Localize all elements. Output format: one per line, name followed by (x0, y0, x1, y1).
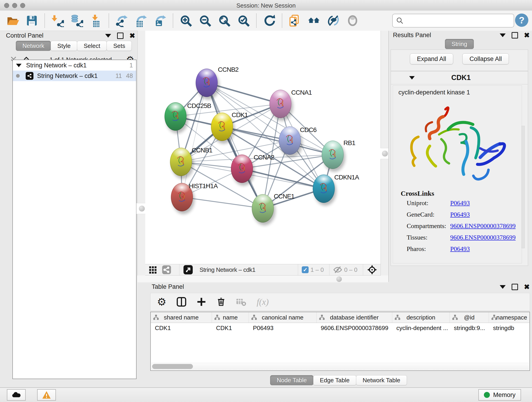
table-cell[interactable]: CDK1 (212, 323, 249, 333)
tab-style[interactable]: Style (51, 41, 77, 51)
node-CCNA2[interactable] (231, 154, 253, 183)
table-cell[interactable]: P06493 (249, 323, 317, 333)
zoom-fit-icon[interactable] (218, 14, 231, 27)
memory-button[interactable]: Memory (478, 389, 521, 401)
node-CDC6[interactable] (279, 126, 301, 155)
table-cell[interactable]: CDK1 (151, 323, 212, 333)
node-CCNA1[interactable] (269, 89, 291, 118)
node-table[interactable]: shared namenamecanonical namedatabase id… (150, 312, 530, 371)
close-panel-icon[interactable]: ✖ (524, 33, 530, 38)
crosslink-row: Pharos:P06493 (393, 243, 522, 255)
tab-sets[interactable]: Sets (107, 41, 132, 51)
collapse-all-button[interactable]: Collapse All (462, 53, 509, 64)
table-cell[interactable]: stringdb (489, 323, 532, 333)
show-columns-icon[interactable] (177, 297, 186, 307)
search-input[interactable] (406, 17, 510, 25)
tab-select[interactable]: Select (77, 41, 107, 51)
panel-menu-icon[interactable] (500, 33, 506, 37)
table-hscrollbar-thumb[interactable] (152, 364, 193, 369)
show-graphics-icon[interactable] (346, 14, 359, 27)
crosslink-link[interactable]: P06493 (450, 211, 470, 218)
home-layout-icon[interactable] (307, 14, 321, 27)
panel-menu-icon[interactable] (500, 285, 506, 289)
node-CCNE1[interactable] (252, 194, 274, 223)
edge-CCNB2-HIST1H1A[interactable] (182, 83, 207, 197)
cloud-services-button[interactable] (7, 389, 26, 401)
column-header-namespace[interactable]: namespace (489, 312, 532, 323)
tab-node-table[interactable]: Node Table (270, 375, 313, 385)
network-canvas[interactable]: CCNB2CCNA1CDC25BCDK1CDC6RB1CCNB1CCNA2CDK… (145, 31, 380, 264)
zoom-out-icon[interactable] (198, 14, 212, 27)
tree-expand-icon[interactable] (16, 64, 22, 67)
tab-network-table[interactable]: Network Table (356, 375, 407, 385)
refresh-network-icon[interactable] (263, 14, 276, 27)
float-panel-icon[interactable] (512, 284, 518, 290)
tab-string[interactable]: String (445, 39, 474, 49)
edge-CCNB2-CCNA1[interactable] (207, 83, 280, 104)
import-database-icon[interactable] (70, 14, 83, 27)
table-hscrollbar[interactable] (151, 363, 529, 370)
node-CDK1[interactable] (211, 113, 233, 141)
column-header-canonical-name[interactable]: canonical name (249, 312, 317, 323)
network-collection-row[interactable]: String Network – cdk1 1 (13, 60, 136, 70)
column-header-database-identifier[interactable]: database identifier (317, 312, 392, 323)
node-label-CCNB2: CCNB2 (218, 66, 239, 73)
tab-network[interactable]: Network (16, 41, 51, 51)
grid-view-icon[interactable] (148, 265, 158, 274)
add-column-icon[interactable] (196, 297, 206, 307)
float-panel-icon[interactable] (512, 32, 518, 38)
help-button[interactable]: ? (515, 13, 528, 27)
open-session-icon[interactable] (6, 14, 19, 27)
selected-checkbox-icon[interactable]: ✓ (302, 266, 309, 273)
import-table-icon[interactable] (89, 14, 103, 27)
table-cell[interactable]: stringdb:9... (450, 323, 489, 333)
table-cell[interactable]: cyclin-dependent ... (392, 323, 450, 333)
edge-HIST1H1A-CCNE1[interactable] (182, 197, 263, 208)
horizontal-splitter-handle[interactable] (336, 276, 342, 282)
import-network-icon[interactable] (51, 14, 64, 27)
close-panel-icon[interactable]: ✖ (129, 33, 135, 38)
entry-collapse-icon[interactable] (409, 76, 415, 80)
warnings-button[interactable] (37, 389, 56, 401)
birds-eye-view-icon[interactable] (183, 265, 193, 275)
hidden-eye-icon[interactable] (333, 265, 342, 274)
right-splitter[interactable] (380, 31, 389, 282)
horizontal-splitter[interactable] (138, 275, 388, 283)
save-session-icon[interactable] (25, 14, 38, 27)
close-panel-icon[interactable]: ✖ (524, 284, 530, 289)
export-image-icon[interactable] (153, 14, 167, 27)
column-header-description[interactable]: description (392, 312, 450, 323)
panel-menu-icon[interactable] (105, 34, 111, 38)
hide-graphics-icon[interactable] (327, 14, 340, 27)
zoom-selected-icon[interactable] (237, 14, 250, 27)
network-badge-icon[interactable] (162, 265, 171, 274)
node-CDKN1A[interactable] (313, 174, 335, 203)
node-CCNB2[interactable] (196, 69, 218, 97)
delete-column-icon[interactable] (216, 297, 226, 307)
results-scrollbar[interactable] (521, 126, 525, 248)
search-box[interactable] (392, 14, 514, 27)
crosslink-link[interactable]: 9606.ENSP00000378699 (450, 222, 515, 230)
expand-all-button[interactable]: Expand All (410, 53, 453, 64)
node-RB1[interactable] (322, 140, 344, 169)
table-cell[interactable]: 9606.ENSP00000378699 (317, 323, 392, 333)
table-settings-gear-icon[interactable]: ⚙ (157, 297, 166, 306)
crosslink-link[interactable]: 9606.ENSP00000378699 (450, 234, 515, 241)
left-splitter[interactable] (138, 31, 146, 282)
export-table-icon[interactable] (134, 14, 147, 27)
table-row[interactable]: CDK1CDK1P064939606.ENSP00000378699cyclin… (151, 323, 530, 333)
float-panel-icon[interactable] (117, 32, 123, 39)
column-header-id[interactable]: @id (450, 312, 489, 323)
copy-network-icon[interactable] (288, 14, 302, 27)
zoom-in-icon[interactable] (179, 14, 192, 27)
export-network-icon[interactable] (115, 14, 128, 27)
column-header-shared-name[interactable]: shared name (151, 312, 212, 323)
node-CCNB1[interactable] (170, 148, 192, 176)
fit-selected-target-icon[interactable] (367, 264, 377, 275)
network-row-selected[interactable]: String Network – cdk1 11 48 (13, 70, 136, 81)
column-header-name[interactable]: name (212, 312, 249, 323)
crosslink-link[interactable]: P06493 (450, 245, 470, 253)
tab-edge-table[interactable]: Edge Table (313, 375, 356, 385)
crosslink-link[interactable]: P06493 (450, 199, 470, 207)
node-CDC25B[interactable] (165, 102, 186, 131)
